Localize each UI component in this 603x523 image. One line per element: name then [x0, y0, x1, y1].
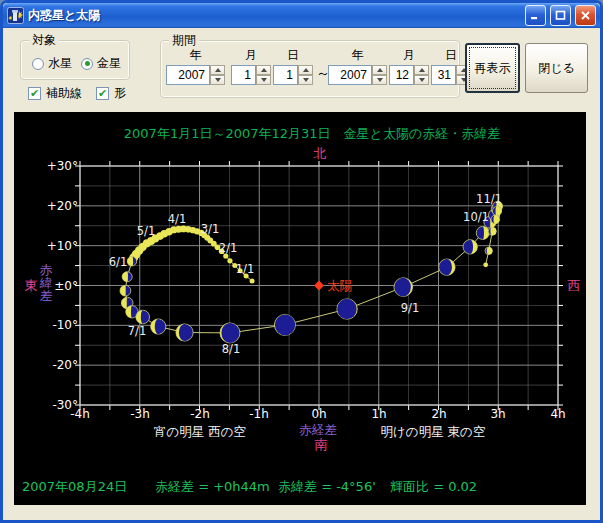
redisplay-button[interactable]: 再表示 [465, 43, 520, 93]
point-label-6-1: 6/1 [109, 255, 128, 269]
close-dialog-button[interactable]: 閉じる [525, 43, 588, 93]
start-day-down[interactable] [298, 75, 313, 85]
end-year-input[interactable]: 2007 [328, 65, 372, 85]
maximize-icon [555, 10, 566, 21]
target-group-label: 対象 [29, 33, 59, 47]
app-icon [7, 7, 24, 24]
x-tick-m3h: -3h [130, 407, 150, 421]
end-month-down[interactable] [414, 75, 429, 85]
control-panel: 対象 水星 金星 補助線 形 期間 年 2007 [3, 28, 600, 112]
radio-mercury-label: 水星 [48, 55, 72, 72]
window-title: 内惑星と太陽 [28, 7, 521, 24]
y-tick-p10: +10° [47, 239, 78, 253]
start-month-input[interactable]: 1 [231, 65, 256, 85]
point-label-8-1: 8/1 [222, 342, 241, 356]
x-tick-m2h: -2h [190, 407, 210, 421]
end-month-up[interactable] [414, 65, 429, 75]
status-ra: 赤経差 = +0h44m [155, 479, 270, 494]
radio-venus-label: 金星 [97, 55, 121, 72]
end-month-label: 月 [389, 47, 429, 64]
chart-panel: 太陽 1/12/13/14/15/16/17/18/19/110/111/1 2… [14, 112, 586, 505]
start-year-down[interactable] [210, 75, 225, 85]
status-dec: 赤緯差 = -4°56' [278, 479, 376, 494]
point-label-9-1: 9/1 [401, 301, 420, 315]
sun-label: 太陽 [327, 278, 353, 293]
annotation-morning-star: 明けの明星 東の空 [381, 424, 486, 439]
venus-sun-chart: 太陽 1/12/13/14/15/16/17/18/19/110/111/1 2… [14, 112, 586, 505]
maximize-button[interactable] [550, 5, 571, 26]
compass-north: 北 [314, 146, 327, 161]
x-tick-m1h: -1h [249, 407, 269, 421]
start-year-input[interactable]: 2007 [166, 65, 210, 85]
start-year-label: 年 [166, 47, 225, 64]
checkbox-shape-label: 形 [114, 85, 126, 102]
x-tick-2h: 2h [431, 407, 446, 421]
x-tick-4h: 4h [550, 407, 565, 421]
app-window: 内惑星と太陽 対象 水星 金星 補助線 [0, 0, 603, 523]
end-day-input[interactable]: 31 [431, 65, 456, 85]
status-date: 2007年08月24日 [22, 479, 127, 494]
y-tick-p20: +20° [47, 199, 78, 213]
end-month-field: 月 12 [389, 47, 429, 85]
x-axis-label: 赤経差 [299, 422, 337, 437]
compass-east: 東 [25, 278, 38, 293]
point-label-10-1: 10/1 [463, 210, 489, 224]
period-group-label: 期間 [169, 33, 199, 47]
end-year-up[interactable] [372, 65, 387, 75]
checkbox-auxlines-label: 補助線 [46, 85, 82, 102]
y-tick-0: ±0° [54, 279, 78, 293]
y-axis-label-char3: 差 [40, 288, 53, 303]
chart-title: 2007年1月1日～2007年12月31日 金星と太陽の赤経・赤緯差 [124, 126, 500, 141]
x-tick-m4h: -4h [70, 407, 90, 421]
end-year-field: 年 2007 [328, 47, 387, 85]
radio-mercury-circle[interactable] [32, 58, 44, 70]
radio-venus-circle[interactable] [81, 58, 93, 70]
start-day-field: 日 1 [273, 47, 313, 85]
checkbox-shape-box[interactable] [96, 87, 109, 100]
start-day-input[interactable]: 1 [273, 65, 298, 85]
period-groupbox: 期間 年 2007 月 1 日 1 [160, 40, 460, 98]
x-tick-0h: 0h [311, 407, 326, 421]
checkbox-auxlines-box[interactable] [28, 87, 41, 100]
minimize-button[interactable] [525, 5, 546, 26]
x-tick-1h: 1h [371, 407, 386, 421]
y-tick-m10: -10° [52, 318, 78, 332]
close-icon [580, 10, 591, 21]
minimize-icon [530, 10, 541, 21]
point-label-7-1: 7/1 [128, 324, 147, 338]
checkbox-auxlines[interactable]: 補助線 [28, 85, 82, 102]
window-bottom-strip [3, 505, 600, 520]
compass-west: 西 [568, 278, 581, 293]
start-month-down[interactable] [256, 75, 271, 85]
radio-mercury[interactable]: 水星 [32, 55, 72, 72]
start-day-label: 日 [273, 47, 313, 64]
point-label-2-1: 2/1 [219, 241, 238, 255]
titlebar: 内惑星と太陽 [3, 3, 600, 28]
radio-venus[interactable]: 金星 [81, 55, 121, 72]
close-button[interactable] [575, 5, 596, 26]
start-month-field: 月 1 [231, 47, 271, 85]
end-year-label: 年 [328, 47, 387, 64]
start-day-up[interactable] [298, 65, 313, 75]
point-label-1-1: 1/1 [236, 262, 255, 276]
end-year-down[interactable] [372, 75, 387, 85]
end-month-input[interactable]: 12 [389, 65, 414, 85]
target-groupbox: 対象 水星 金星 [20, 40, 130, 80]
start-month-up[interactable] [256, 65, 271, 75]
compass-south: 南 [315, 437, 328, 452]
point-label-4-1: 4/1 [168, 212, 187, 226]
start-year-field: 年 2007 [166, 47, 225, 85]
point-label-5-1: 5/1 [137, 224, 156, 238]
start-month-label: 月 [231, 47, 271, 64]
point-label-11-1: 11/1 [476, 192, 502, 206]
status-ratio: 輝面比 = 0.02 [390, 479, 477, 494]
x-tick-3h: 3h [490, 407, 505, 421]
annotation-evening-star: 宵の明星 西の空 [154, 424, 246, 439]
y-tick-m20: -20° [52, 358, 78, 372]
point-label-3-1: 3/1 [201, 222, 220, 236]
start-year-up[interactable] [210, 65, 225, 75]
checkbox-shape[interactable]: 形 [96, 85, 126, 102]
y-tick-p30: +30° [47, 159, 78, 173]
